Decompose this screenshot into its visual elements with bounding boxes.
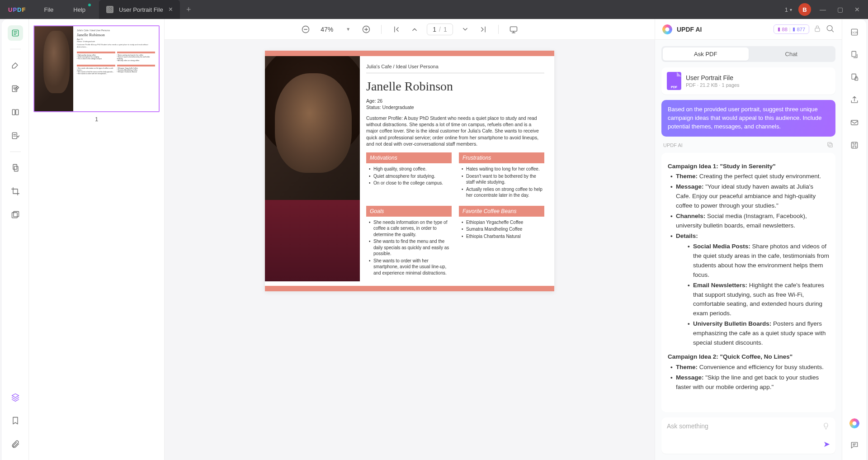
organize-pages-button[interactable] — [8, 160, 23, 175]
zoom-dropdown-icon[interactable]: ▼ — [342, 27, 354, 32]
lock-icon[interactable] — [813, 24, 822, 35]
svg-rect-11 — [510, 27, 517, 31]
persona-photo — [265, 56, 360, 281]
svg-rect-7 — [12, 213, 17, 218]
page-number-field[interactable]: 1 / 1 — [427, 24, 453, 35]
ai-toggle-button[interactable] — [848, 417, 861, 430]
ai-file-name: User Portrait File — [686, 74, 740, 81]
update-dot-icon — [88, 4, 91, 6]
svg-rect-2 — [12, 109, 15, 115]
send-button[interactable]: ➤ — [823, 439, 830, 449]
edit-pdf-button[interactable] — [8, 81, 23, 96]
tab-chat[interactable]: Chat — [749, 47, 835, 61]
svg-rect-21 — [851, 120, 858, 125]
beans-heading: Favorite Coffee Beans — [459, 206, 544, 217]
sidebar-sep — [10, 49, 21, 49]
thumbnails-panel: Julia's Cafe / Ideal User Persona Janell… — [29, 19, 165, 460]
comments-button[interactable] — [848, 438, 861, 452]
svg-rect-14 — [829, 143, 832, 147]
page-thumbnail[interactable]: Julia's Cafe / Ideal User Persona Janell… — [33, 25, 160, 112]
search-icon[interactable] — [826, 24, 835, 35]
attachments-button[interactable] — [8, 436, 23, 452]
persona-profile: Customer Profile: A busy PhD Student who… — [366, 115, 544, 147]
svg-rect-4 — [12, 133, 17, 138]
reader-mode-button[interactable] — [8, 25, 23, 41]
pdf-file-icon — [667, 72, 681, 90]
right-sidebar: OCR — [842, 19, 866, 460]
first-page-button[interactable] — [391, 24, 402, 35]
ai-panel-title: UPDF AI — [677, 26, 702, 33]
svg-rect-8 — [13, 212, 19, 217]
close-tab-icon[interactable]: × — [169, 5, 173, 14]
sidebar-sep — [10, 152, 21, 152]
svg-rect-15 — [828, 142, 831, 146]
maximize-button[interactable]: ▢ — [835, 4, 845, 15]
zoom-in-button[interactable] — [360, 24, 372, 35]
svg-rect-6 — [14, 166, 18, 171]
ai-credits-pill[interactable]: ▮88 | ▮877 — [774, 24, 809, 34]
document-toolbar: 47% ▼ 1 / 1 — [165, 19, 655, 40]
svg-rect-18 — [852, 52, 856, 57]
share-button[interactable] — [848, 93, 861, 107]
protect-button[interactable] — [848, 71, 861, 84]
zoom-out-button[interactable] — [300, 24, 311, 35]
tab-title: User Portrait File — [119, 6, 163, 13]
ai-panel: UPDF AI ▮88 | ▮877 Ask PDF Chat User Por… — [655, 19, 842, 460]
frustrations-heading: Frustrations — [459, 152, 544, 163]
menu-help[interactable]: Help — [63, 0, 95, 19]
svg-rect-3 — [15, 109, 18, 115]
presentation-button[interactable] — [508, 24, 519, 35]
crop-tool-button[interactable] — [8, 184, 23, 199]
save-button[interactable] — [848, 138, 861, 152]
eraser-icon — [106, 6, 113, 13]
minimize-button[interactable]: — — [817, 4, 828, 15]
layers-button[interactable] — [8, 389, 23, 405]
close-window-button[interactable]: ✕ — [852, 4, 863, 15]
prev-page-button[interactable] — [409, 24, 420, 35]
document-tab[interactable]: User Portrait File × — [99, 0, 180, 19]
thumbnail-page-number: 1 — [33, 116, 160, 123]
ai-input-box[interactable]: ➤ — [661, 417, 835, 454]
next-page-button[interactable] — [459, 24, 471, 35]
bookmarks-button[interactable] — [8, 413, 23, 428]
updf-ai-logo-icon — [662, 24, 672, 34]
copy-response-button[interactable] — [826, 141, 834, 149]
ai-input-field[interactable] — [667, 422, 816, 430]
ai-response: Campaign Idea 1: "Study in Serenity" The… — [661, 153, 835, 412]
ai-source-label: UPDF AI — [663, 142, 683, 148]
frustrations-list: Hates waiting too long for her coffee. D… — [459, 166, 544, 199]
ai-file-meta: PDF · 21.2 KB · 1 pages — [686, 82, 740, 88]
persona-eyebrow: Julia's Cafe / Ideal User Persona — [366, 63, 544, 70]
motivations-heading: Motivations — [366, 152, 452, 163]
tab-ask-pdf[interactable]: Ask PDF — [663, 47, 749, 61]
titlebar: UPDF File Help User Portrait File × + 1▾… — [0, 0, 868, 19]
ocr-button[interactable]: OCR — [848, 25, 861, 39]
add-tab-button[interactable]: + — [180, 5, 198, 14]
svg-rect-22 — [851, 142, 857, 148]
ai-file-card[interactable]: User Portrait File PDF · 21.2 KB · 1 pag… — [661, 67, 835, 95]
goals-list: She needs information on the type of cof… — [366, 219, 452, 276]
beans-list: Ethiopian Yirgacheffe Coffee Sumatra Man… — [459, 219, 544, 240]
goals-heading: Goals — [366, 206, 452, 217]
user-avatar[interactable]: B — [798, 3, 811, 16]
redact-tool-button[interactable] — [8, 207, 23, 223]
email-button[interactable] — [848, 116, 861, 129]
page-layout-button[interactable] — [8, 104, 23, 120]
left-sidebar — [2, 19, 29, 460]
suggestions-icon[interactable] — [822, 422, 830, 432]
persona-name: Janelle Robinson — [366, 78, 544, 95]
document-canvas[interactable]: Julia's Cafe / Ideal User Persona Janell… — [165, 40, 655, 460]
svg-text:OCR: OCR — [851, 31, 857, 34]
highlight-tool-button[interactable] — [8, 57, 23, 73]
last-page-button[interactable] — [477, 24, 489, 35]
zoom-value[interactable]: 47% — [318, 26, 336, 33]
menu-file[interactable]: File — [34, 0, 63, 19]
form-tool-button[interactable] — [8, 128, 23, 143]
extract-button[interactable] — [848, 48, 861, 62]
svg-rect-12 — [815, 28, 820, 31]
persona-meta: Age: 26Status: Undergraduate — [366, 98, 544, 110]
user-prompt-bubble: Based on the provided user portrait, sug… — [661, 100, 835, 137]
motivations-list: High quality, strong coffee. Quiet atmos… — [366, 166, 452, 186]
window-count[interactable]: 1▾ — [785, 6, 792, 13]
app-logo: UPDF — [0, 6, 34, 13]
